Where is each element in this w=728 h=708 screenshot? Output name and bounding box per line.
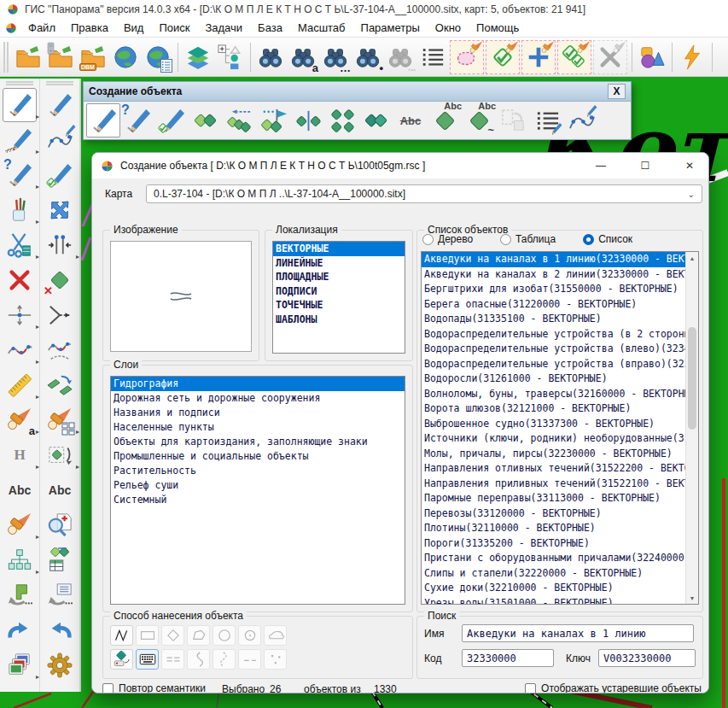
quick-launch-button[interactable]: [676, 41, 708, 73]
method-points-button[interactable]: [264, 649, 287, 670]
menu-item[interactable]: Правка: [63, 20, 116, 36]
create-object-button[interactable]: ▸: [3, 88, 37, 122]
menu-item[interactable]: Поиск: [151, 20, 197, 36]
undo-operation-button[interactable]: [3, 578, 37, 612]
method-parallel-button[interactable]: [161, 649, 184, 670]
localization-item[interactable]: ШАБЛОНЫ: [273, 313, 405, 327]
object-list-item[interactable]: Перевозы(33120000 - ВЕКТОРНЫЕ): [422, 506, 698, 522]
toolbar-grip[interactable]: [3, 42, 9, 73]
layer-item[interactable]: Растительность: [111, 464, 405, 478]
object-list-item[interactable]: Пороги(31335200 - ВЕКТОРНЫЕ): [422, 536, 698, 552]
object-list-item[interactable]: Водоросли(31261000 - ВЕКТОРНЫЕ): [422, 372, 698, 387]
menu-item[interactable]: Помощь: [469, 20, 527, 36]
object-list-item[interactable]: Берега опасные(31220000 - ВЕКТОРНЫЕ): [422, 297, 698, 313]
minimize-button[interactable]: —: [582, 153, 620, 178]
redo-arrow-button[interactable]: [3, 613, 37, 647]
align-points-button[interactable]: ▸: [43, 228, 77, 262]
object-list-item[interactable]: Источники (ключи, родники) необорудованн…: [422, 431, 698, 447]
text-strike-button[interactable]: Abc: [393, 103, 428, 138]
object-list-item[interactable]: Акведуки на каналах в 2 линии(32330000 -…: [422, 267, 698, 283]
menu-item[interactable]: Файл: [20, 20, 63, 36]
cut-objects-button[interactable]: ▸: [3, 228, 37, 262]
object-list-item[interactable]: Водопады(31335100 - ВЕКТОРНЫЕ): [422, 312, 698, 327]
localization-item[interactable]: ЛИНЕЙНЫЕ: [273, 256, 405, 271]
object-list-item[interactable]: Паромные переправы(33113000 - ВЕКТОРНЫЕ): [422, 491, 698, 506]
open-map-button[interactable]: [12, 41, 44, 73]
scrollbar-thumb[interactable]: [688, 327, 696, 430]
menu-item[interactable]: Задачи: [197, 20, 250, 36]
text-abc-button[interactable]: Abc: [3, 473, 37, 507]
spline-button[interactable]: [564, 103, 598, 138]
search-by-name-button[interactable]: a: [287, 41, 319, 73]
swap-objects-button[interactable]: [43, 368, 77, 402]
object-list-item[interactable]: Направления отливных течений(31522200 - …: [422, 461, 698, 477]
measure-ruler-button[interactable]: ▸: [3, 368, 37, 402]
localization-item[interactable]: ТОЧЕЧНЫЕ: [273, 298, 405, 313]
clock-button[interactable]: [716, 41, 728, 73]
menu-item[interactable]: Параметры: [353, 20, 428, 36]
localization-item[interactable]: ПОДПИСИ: [273, 284, 405, 299]
method-digitize-button[interactable]: [110, 649, 133, 670]
object-list-item[interactable]: Ворота шлюзов(32121000 - ВЕКТОРНЫЕ): [422, 401, 698, 417]
method-polygon-button[interactable]: [187, 625, 210, 646]
layer-item[interactable]: Промышленные и социальные объекты: [111, 449, 405, 464]
object-list-item[interactable]: Волноломы, буны, траверсы(32160000 - ВЕК…: [422, 387, 698, 402]
scheme-tree-button[interactable]: ▸: [3, 543, 37, 577]
select-cancel-button[interactable]: [593, 40, 627, 74]
method-circle-button[interactable]: [213, 625, 236, 646]
create-check-button[interactable]: [43, 88, 77, 122]
open-internet-map-button[interactable]: [109, 41, 142, 73]
move-point-button[interactable]: ▸: [3, 298, 37, 332]
objects-table-button[interactable]: [43, 543, 77, 577]
create-spline-button[interactable]: [43, 123, 77, 157]
map-legend-button[interactable]: [214, 41, 247, 73]
image-gallery-button[interactable]: ▸: [3, 648, 37, 682]
select-contour-button[interactable]: [450, 40, 484, 74]
object-list-item[interactable]: Выброшенное судно(31337300 - ВЕКТОРНЫЕ): [422, 417, 698, 432]
method-rhombus-button[interactable]: [161, 625, 184, 646]
repeat-semantics-checkbox[interactable]: Повтор семантики: [102, 682, 206, 693]
toolbar-grip[interactable]: [6, 81, 33, 85]
method-dash-button[interactable]: [238, 649, 261, 670]
horizontal-text-button[interactable]: H▸: [3, 438, 37, 472]
object-list-item[interactable]: Урезы воды(31501000 - ВЕКТОРНЫЕ): [422, 596, 698, 606]
view-mode-radio[interactable]: Дерево: [422, 233, 473, 245]
draw-query-button[interactable]: ?: [120, 103, 154, 138]
scroll-down-icon[interactable]: ▼: [686, 592, 698, 604]
method-keyboard-button[interactable]: [136, 649, 159, 670]
method-rectangle-button[interactable]: [136, 625, 159, 646]
copy-flag-button[interactable]: [257, 103, 291, 138]
copy-pair-button[interactable]: [359, 103, 393, 138]
text-abc2-button[interactable]: Abc: [43, 473, 77, 507]
search-inactive-button[interactable]: ▪••: [384, 41, 416, 73]
zoom-doc-button[interactable]: [43, 508, 77, 542]
object-list-item[interactable]: Слипы и стапели(32220000 - ВЕКТОРНЫЕ): [422, 566, 698, 582]
method-smooth-button[interactable]: [187, 649, 210, 670]
layer-item[interactable]: Гидрография: [111, 377, 405, 391]
scroll-up-icon[interactable]: ▲: [686, 252, 698, 264]
edit-segment-button[interactable]: ▸: [3, 333, 37, 367]
layer-item[interactable]: Населенные пункты: [111, 420, 405, 435]
method-polyline-button[interactable]: [110, 625, 133, 646]
move-object-button[interactable]: [43, 193, 77, 227]
method-smooth2-button[interactable]: [213, 649, 236, 670]
create-confirm-button[interactable]: [43, 158, 77, 192]
search-point-button[interactable]: •: [352, 41, 384, 73]
method-circle-radius-button[interactable]: [238, 625, 261, 646]
close-icon[interactable]: X: [608, 84, 626, 99]
find-object-button[interactable]: ▸: [3, 508, 37, 542]
object-list-item[interactable]: Водораспределительные устройства (влево)…: [422, 342, 698, 357]
view-3d-button[interactable]: [636, 41, 668, 73]
show-obsolete-checkbox[interactable]: Отображать устаревшие объекты: [525, 682, 702, 693]
menu-item[interactable]: Вид: [116, 20, 152, 36]
draw-confirm-button[interactable]: [154, 103, 189, 138]
maximize-button[interactable]: ☐: [626, 153, 664, 178]
edit-hatch-button[interactable]: ▸: [3, 123, 37, 157]
view-mode-radio[interactable]: Таблица: [500, 233, 556, 245]
object-list-scrollbar[interactable]: ▲ ▼: [685, 252, 698, 604]
edit-query-button[interactable]: ?▸: [3, 158, 37, 192]
localization-item[interactable]: ВЕКТОРНЫЕ: [273, 242, 405, 256]
layer-item[interactable]: Объекты для картоиздания, заполняющие зн…: [111, 435, 405, 449]
localization-item[interactable]: ПЛОЩАДНЫЕ: [273, 270, 405, 284]
text-curve-button[interactable]: Abc~: [462, 103, 496, 138]
